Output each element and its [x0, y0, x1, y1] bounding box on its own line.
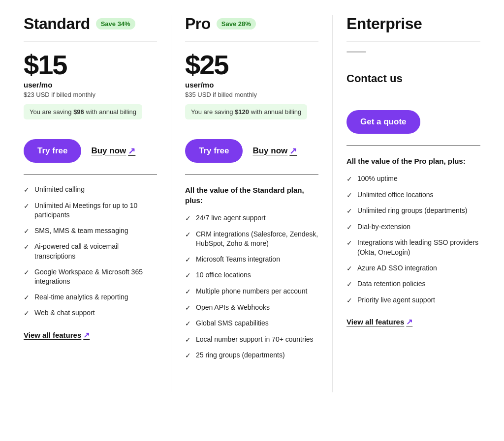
list-item: ✓Priority live agent support: [346, 295, 480, 306]
standard-plan-header: Standard Save 34%: [24, 15, 157, 33]
standard-unit: user/mo: [24, 81, 157, 89]
standard-divider: [24, 41, 157, 41]
list-item: ✓Dial-by-extension: [346, 222, 480, 233]
list-item: ✓Unlimited Ai Meetings for up to 10 part…: [24, 201, 157, 220]
check-icon: ✓: [185, 303, 191, 313]
list-item: ✓Web & chat support: [24, 308, 157, 319]
enterprise-view-all-arrow-icon: ↗: [406, 317, 412, 326]
list-item: ✓10 office locations: [185, 270, 318, 281]
enterprise-feature-list: ✓100% uptime ✓Unlimited office locations…: [346, 174, 480, 305]
standard-divider-2: [24, 175, 157, 175]
pro-feature-list: ✓24/7 live agent support ✓CRM integratio…: [185, 213, 318, 361]
list-item: ✓Integrations with leading SSO providers…: [346, 238, 480, 257]
pro-buy-now-arrow-icon: ↗: [289, 146, 297, 156]
check-icon: ✓: [185, 287, 191, 297]
standard-price: $15: [24, 51, 157, 79]
list-item: ✓Real-time analytics & reporting: [24, 293, 157, 303]
enterprise-contact-us: Contact us: [346, 72, 480, 85]
pro-savings-banner: You are saving $120 with annual billing: [185, 104, 307, 119]
check-icon: ✓: [346, 296, 352, 306]
check-icon: ✓: [346, 175, 352, 184]
check-icon: ✓: [24, 227, 30, 236]
pro-plan-name: Pro: [185, 15, 211, 33]
check-icon: ✓: [24, 268, 30, 278]
pro-unit: user/mo: [185, 81, 318, 89]
check-icon: ✓: [24, 309, 30, 319]
check-icon: ✓: [185, 255, 191, 265]
standard-buy-now-label: Buy now: [91, 146, 126, 156]
standard-view-all-label: View all features: [24, 331, 81, 339]
list-item: ✓Unlimited office locations: [346, 190, 480, 201]
enterprise-divider-2: [346, 146, 480, 146]
check-icon: ✓: [346, 238, 352, 248]
pro-try-free-button[interactable]: Try free: [185, 139, 243, 163]
list-item: ✓25 ring groups (departments): [185, 351, 318, 361]
standard-view-all-arrow-icon: ↗: [83, 330, 90, 340]
pro-plan-header: Pro Save 28%: [185, 15, 318, 33]
enterprise-dash: [346, 51, 366, 53]
list-item: ✓SMS, MMS & team messaging: [24, 226, 157, 236]
enterprise-divider: [346, 41, 480, 41]
check-icon: ✓: [346, 280, 352, 290]
pricing-grid: Standard Save 34% $15 user/mo $23 USD if…: [10, 15, 494, 392]
list-item: ✓Ai-powered call & voicemail transcripti…: [24, 242, 157, 261]
standard-view-all-button[interactable]: View all features ↗: [24, 330, 90, 340]
enterprise-plan-col: Enterprise Contact us Get a quote All th…: [333, 15, 494, 392]
standard-plan-name: Standard: [24, 15, 90, 33]
list-item: ✓CRM integrations (Salesforce, Zendesk, …: [185, 230, 318, 249]
standard-savings-banner: You are saving $96 with annual billing: [24, 104, 142, 119]
list-item: ✓Data retention policies: [346, 279, 480, 290]
standard-buy-now-button[interactable]: Buy now ↗: [91, 146, 135, 156]
standard-plan-col: Standard Save 34% $15 user/mo $23 USD if…: [10, 15, 171, 392]
enterprise-plan-name: Enterprise: [346, 15, 422, 33]
list-item: ✓Microsoft Teams integration: [185, 255, 318, 265]
check-icon: ✓: [346, 223, 352, 233]
check-icon: ✓: [346, 264, 352, 274]
standard-try-free-button[interactable]: Try free: [24, 139, 81, 163]
check-icon: ✓: [185, 335, 191, 345]
pro-btn-row: Try free Buy now ↗: [185, 139, 318, 163]
list-item: ✓100% uptime: [346, 174, 480, 184]
list-item: ✓Azure AD SSO integration: [346, 264, 480, 274]
list-item: ✓Google Workspace & Microsoft 365 integr…: [24, 267, 157, 287]
check-icon: ✓: [24, 185, 30, 195]
list-item: ✓Local number support in 70+ countries: [185, 335, 318, 345]
standard-btn-row: Try free Buy now ↗: [24, 139, 157, 163]
enterprise-plan-header: Enterprise: [346, 15, 480, 33]
check-icon: ✓: [24, 242, 30, 252]
standard-feature-list: ✓Unlimited calling ✓Unlimited Ai Meeting…: [24, 185, 157, 319]
check-icon: ✓: [185, 271, 191, 281]
pro-features-header: All the value of the Standard plan, plus…: [185, 185, 318, 206]
check-icon: ✓: [24, 202, 30, 211]
list-item: ✓Multiple phone numbers per account: [185, 287, 318, 297]
list-item: ✓Global SMS capabilities: [185, 319, 318, 329]
check-icon: ✓: [185, 230, 191, 240]
enterprise-view-all-button[interactable]: View all features ↗: [346, 317, 412, 326]
pro-monthly-note: $35 USD if billed monthly: [185, 91, 318, 98]
enterprise-get-quote-button[interactable]: Get a quote: [346, 110, 420, 134]
standard-save-badge: Save 34%: [96, 18, 135, 29]
standard-monthly-note: $23 USD if billed monthly: [24, 91, 157, 98]
enterprise-view-all-label: View all features: [346, 318, 404, 326]
check-icon: ✓: [346, 206, 352, 216]
standard-buy-now-arrow-icon: ↗: [128, 146, 135, 156]
pro-plan-col: Pro Save 28% $25 user/mo $35 USD if bill…: [171, 15, 333, 392]
check-icon: ✓: [185, 319, 191, 329]
list-item: ✓24/7 live agent support: [185, 213, 318, 224]
enterprise-price-area: Contact us: [346, 51, 480, 110]
pro-price: $25: [185, 51, 318, 79]
pro-divider: [185, 41, 318, 41]
check-icon: ✓: [185, 214, 191, 224]
check-icon: ✓: [185, 351, 191, 361]
pro-divider-2: [185, 175, 318, 175]
pro-buy-now-label: Buy now: [252, 146, 287, 156]
pro-buy-now-button[interactable]: Buy now ↗: [252, 146, 297, 156]
pro-save-badge: Save 28%: [217, 18, 256, 29]
check-icon: ✓: [24, 293, 30, 303]
enterprise-features-header: All the value of the Pro plan, plus:: [346, 156, 480, 166]
enterprise-btn-row: Get a quote: [346, 110, 480, 134]
list-item: ✓Unlimited ring groups (departments): [346, 206, 480, 216]
list-item: ✓Open APIs & Webhooks: [185, 303, 318, 313]
list-item: ✓Unlimited calling: [24, 185, 157, 195]
check-icon: ✓: [346, 191, 352, 201]
